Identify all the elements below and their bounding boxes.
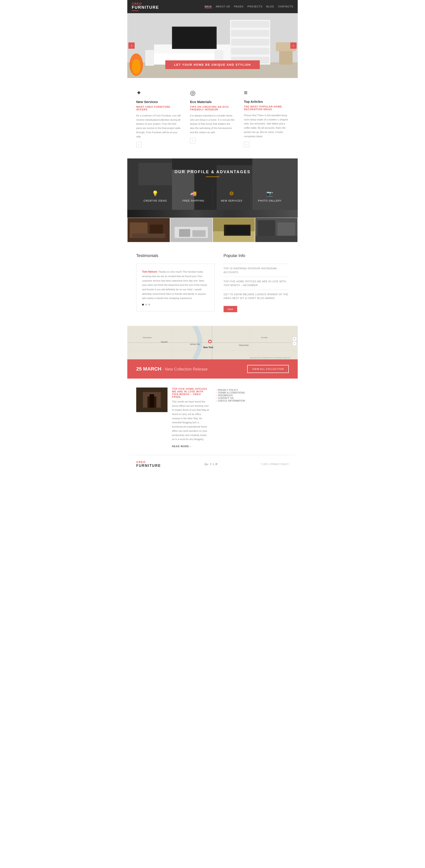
view-collection-button[interactable]: VIEW ALL COLLECTION [247,365,289,373]
profile-section: OUR PROFILE & ADVANTAGES 💡 CREATIVE IDEA… [127,158,298,218]
footer-link-terms[interactable]: TERMS & CONDITIONS [216,391,289,394]
svg-text:Newark: Newark [161,341,168,343]
service-subtitle-1: TIPS ON CREATING AN ECO-FRIENDLY INTERIO… [190,105,235,111]
dot-3[interactable] [148,304,150,306]
popular-item-0[interactable]: TOP 10 INSPIRING INTERIOR INSTAGRAM ACCO… [224,264,289,277]
social-facebook[interactable]: f [210,463,211,466]
header: CREO FURNITURE MAIN ABOUT US PAGES PROJE… [127,0,298,13]
testimonial-box: Tom Nelson Thanks so very much! The furn… [136,264,215,311]
logo-creo: CREO [132,2,159,5]
nav-projects[interactable]: PROJECTS [248,5,262,8]
popular-item-1[interactable]: TOP FIVE HOME OFFICES WE ARE IN LOVE WIT… [224,277,289,290]
eco-materials-icon: ◎ [190,89,235,97]
hero-prev-button[interactable]: ‹ [128,42,135,49]
service-title-0: New Services [136,100,181,104]
svg-text:Floral Park: Floral Park [239,344,249,346]
footer: CREO FURNITURE G+ f t P © 2017 • PRIVACY… [127,455,298,473]
profile-title: OUR PROFILE & ADVANTAGES [136,169,289,174]
gallery-item-4[interactable] [255,218,298,242]
blog-text-content: TOP FIVE HOME OFFICES WE ARE IN LOVE WIT… [172,388,209,448]
service-arrow-2[interactable]: › [244,142,249,147]
hero-section: ‹ LET YOUR HOME BE UNIQUE AND STYLISH › [127,13,298,78]
nav-main[interactable]: MAIN [204,5,212,8]
popular-title: Popular Info [224,253,289,258]
svg-rect-6 [231,48,269,55]
footer-link-useful[interactable]: USEFUL INFORMATION [216,399,289,402]
service-top-articles: ≡ Top Articles THE MOST POPULAR HOME DEC… [244,89,289,147]
svg-text:−: − [293,342,295,345]
footer-logo[interactable]: CREO FURNITURE [136,461,161,468]
svg-point-48 [209,341,211,342]
service-eco-materials: ◎ Eco Materials TIPS ON CREATING AN ECO-… [190,89,235,147]
popular-item-2[interactable]: GET TO KNOW MELANIE LISSACK WINNER OF TH… [224,290,289,303]
footer-link-privacy[interactable]: PRIVACY POLICY [216,389,289,391]
social-google[interactable]: G+ [204,463,208,466]
footer-logo-creo: CREO [136,461,161,464]
service-subtitle-0: WHAT CREO FURNITURE OFFERS [136,105,181,111]
gallery-item-1[interactable] [127,218,170,242]
service-title-1: Eco Materials [190,100,235,104]
blog-content-wrapper: TOP FIVE HOME OFFICES WE ARE IN LOVE WIT… [136,388,209,448]
hero-banner: LET YOUR HOME BE UNIQUE AND STYLISH [165,60,260,69]
services-section: ✦ New Services WHAT CREO FURNITURE OFFER… [127,78,298,158]
svg-rect-27 [132,234,165,238]
service-arrow-1[interactable]: › [190,138,195,143]
collection-date: 25 MARCH - New Collection Release [136,366,208,372]
profile-label-2: NEW SERVICES [215,199,248,202]
free-shipping-icon: 🚚 [177,190,210,197]
read-more-link[interactable]: READ MORE [172,445,191,447]
more-button[interactable]: more [224,306,237,312]
service-arrow-0[interactable]: › [136,142,141,147]
hero-banner-text: LET YOUR HOME BE UNIQUE AND STYLISH [174,63,251,66]
profile-new-services[interactable]: ⚙ NEW SERVICES [212,186,251,207]
main-nav: MAIN ABOUT US PAGES PROJECTS BLOG CONTAC… [204,5,293,8]
blog-thumbnail [136,388,167,412]
svg-rect-39 [255,236,297,242]
profile-free-shipping[interactable]: 🚚 FREE SHIPPING [174,186,212,207]
svg-text:Morristown: Morristown [143,337,152,339]
logo-underline [132,10,138,11]
profile-label-1: FREE SHIPPING [177,199,210,202]
social-twitter[interactable]: t [213,463,214,466]
svg-rect-3 [231,21,269,28]
svg-text:+: + [293,337,295,341]
svg-rect-4 [231,30,269,37]
gallery-image-4 [255,218,297,242]
dot-2[interactable] [145,304,147,306]
testimonial-text: Thanks so very much! The furniture looks… [142,271,207,300]
dot-1[interactable] [142,304,144,306]
profile-services-icon: ⚙ [215,190,248,197]
profile-creative-ideas[interactable]: 💡 CREATIVE IDEAS [136,186,174,207]
profile-photo-gallery[interactable]: 📷 PHOTO GALLERY [251,186,289,207]
map-illustration: Jersey City Floral Park New York Newark … [127,326,298,359]
footer-copyright: © 2017 • PRIVACY POLICY [261,463,289,466]
gallery-item-3[interactable] [212,218,255,242]
testimonial-author: Tom Nelson [142,270,157,273]
nav-pages[interactable]: PAGES [234,5,243,8]
svg-text:Map data ©2017 Google  Terms o: Map data ©2017 Google Terms of Use Repor… [250,357,291,359]
social-pinterest[interactable]: P [216,463,218,466]
footer-link-feedbacks[interactable]: FEEDBACKS [216,394,289,397]
testimonial-dots [142,304,209,306]
service-new-services: ✦ New Services WHAT CREO FURNITURE OFFER… [136,89,181,147]
nav-blog[interactable]: BLOG [266,5,274,8]
svg-rect-35 [226,226,249,235]
blog-column: TOP FIVE HOME OFFICES WE ARE IN LOVE WIT… [136,388,209,448]
profile-label-0: CREATIVE IDEAS [138,199,172,202]
svg-rect-63 [150,394,154,408]
hero-next-button[interactable]: › [290,42,297,49]
profile-items: 💡 CREATIVE IDEAS 🚚 FREE SHIPPING ⚙ NEW S… [136,186,289,207]
map-section: Jersey City Floral Park New York Newark … [127,326,298,359]
footer-link-contact[interactable]: CONTACT US [216,397,289,399]
svg-text:New York: New York [203,346,213,349]
creative-ideas-icon: 💡 [138,190,172,197]
service-text-1: It is always important to consider those… [190,114,235,134]
gallery-item-2[interactable] [170,218,212,242]
gallery-section [127,218,298,242]
nav-contacts[interactable]: CONTACTS [278,5,293,8]
service-subtitle-2: THE MOST POPULAR HOME DECORATION IDEAS [244,105,289,111]
gallery-image-1 [128,218,170,242]
nav-about[interactable]: ABOUT US [216,5,230,8]
logo[interactable]: CREO FURNITURE [132,2,159,11]
svg-rect-10 [173,28,216,48]
